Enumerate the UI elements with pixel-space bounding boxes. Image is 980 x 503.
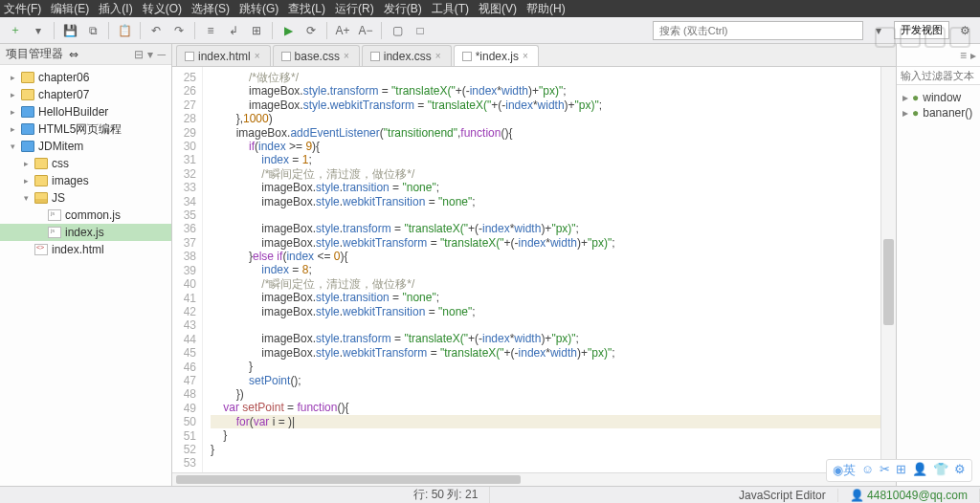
paste-icon[interactable]: 📋 bbox=[115, 21, 134, 40]
twisty-icon[interactable]: ▾ bbox=[21, 193, 31, 203]
code-line[interactable] bbox=[211, 208, 896, 222]
menu-item[interactable]: 文件(F) bbox=[4, 1, 41, 17]
emoji-icon[interactable]: ☺ bbox=[861, 462, 874, 479]
outline-item[interactable]: ▸● window bbox=[902, 91, 974, 104]
code-line[interactable]: }) bbox=[211, 387, 896, 401]
code-line[interactable]: imageBox.style.transition = "none"; bbox=[211, 181, 896, 194]
code-line[interactable]: imageBox.style.transform = "translateX("… bbox=[211, 332, 896, 345]
close-icon[interactable]: × bbox=[344, 51, 349, 61]
tree-item[interactable]: ▸HTML5网页编程 bbox=[0, 120, 171, 138]
menu-item[interactable]: 运行(R) bbox=[335, 1, 374, 17]
outline-item[interactable]: ▸● bananer() bbox=[902, 106, 974, 120]
menu-item[interactable]: 工具(T) bbox=[432, 1, 469, 17]
scissors-icon[interactable]: ✂ bbox=[880, 462, 890, 479]
align-left-icon[interactable]: ≡ bbox=[201, 21, 220, 40]
editor-tab[interactable]: *index.js× bbox=[454, 45, 539, 66]
code-line[interactable]: imageBox.style.webkitTransition = "none"… bbox=[211, 305, 896, 318]
code-line[interactable]: if(index >= 9){ bbox=[211, 140, 896, 153]
code-line[interactable]: for(var i = )| bbox=[211, 415, 896, 428]
link-icon[interactable]: ⇔ bbox=[69, 48, 78, 61]
save-icon[interactable]: 💾 bbox=[60, 21, 79, 40]
run-icon[interactable]: ▶ bbox=[278, 21, 298, 40]
code-line[interactable]: index = 1; bbox=[211, 153, 896, 166]
menu-item[interactable]: 发行(B) bbox=[384, 1, 422, 17]
code-line[interactable] bbox=[211, 456, 896, 470]
editor-tab[interactable]: index.css× bbox=[362, 45, 452, 66]
code-line[interactable]: imageBox.style.webkitTransform = "transl… bbox=[211, 346, 896, 360]
shirt-icon[interactable]: 👕 bbox=[933, 462, 948, 479]
scroll-thumb[interactable] bbox=[883, 239, 894, 325]
menu-item[interactable]: 视图(V) bbox=[479, 1, 517, 17]
tree-item[interactable]: ▸images bbox=[0, 172, 171, 189]
font-inc-icon[interactable]: A+ bbox=[333, 21, 352, 40]
scroll-thumb-h[interactable] bbox=[176, 475, 521, 484]
code-editor[interactable]: 2526272829303132333435363738394041424344… bbox=[172, 67, 896, 472]
twisty-icon[interactable]: ▾ bbox=[8, 142, 17, 151]
font-dec-icon[interactable]: A− bbox=[356, 21, 375, 40]
code-line[interactable]: } bbox=[211, 428, 896, 442]
code-area[interactable]: /*做位移*/ imageBox.style.transform = "tran… bbox=[203, 67, 896, 472]
twisty-icon[interactable]: ▸ bbox=[8, 107, 17, 117]
code-line[interactable] bbox=[211, 318, 896, 332]
browser-icon[interactable]: □ bbox=[411, 21, 430, 40]
editor-tab[interactable]: index.html× bbox=[176, 45, 271, 66]
scrollbar-horizontal[interactable] bbox=[172, 472, 896, 486]
tree-item[interactable]: ▾JS bbox=[0, 189, 171, 207]
code-line[interactable]: /*瞬间定位，清过渡，做位移*/ bbox=[211, 167, 896, 181]
code-line[interactable]: imageBox.style.webkitTransform = "transl… bbox=[211, 236, 896, 250]
copy-icon[interactable]: ⧉ bbox=[83, 21, 102, 40]
grid-icon[interactable]: ⊞ bbox=[896, 462, 906, 479]
tree-item[interactable]: index.html bbox=[0, 241, 171, 258]
outline-min-icon[interactable]: ▸ bbox=[970, 49, 976, 62]
dropdown-icon[interactable]: ▾ bbox=[29, 21, 48, 40]
code-line[interactable]: imageBox.style.webkitTransform = "transl… bbox=[211, 98, 896, 112]
menu-item[interactable]: 跳转(G) bbox=[239, 1, 278, 17]
collapse-icon[interactable]: ⊟ bbox=[134, 48, 144, 61]
scrollbar-vertical[interactable] bbox=[880, 67, 896, 472]
format-icon[interactable]: ⊞ bbox=[247, 21, 266, 40]
code-line[interactable]: imageBox.style.transition = "none"; bbox=[211, 291, 896, 304]
menu-item[interactable]: 转义(O) bbox=[143, 1, 182, 17]
code-line[interactable]: imageBox.style.webkitTransition = "none"… bbox=[211, 195, 896, 208]
outline-menu-icon[interactable]: ≡ bbox=[960, 49, 967, 62]
redo-icon[interactable]: ↷ bbox=[169, 21, 189, 40]
tree-item[interactable]: index.js bbox=[0, 224, 171, 241]
code-line[interactable]: setPoint(); bbox=[211, 374, 896, 387]
code-line[interactable]: imageBox.style.transform = "translateX("… bbox=[211, 222, 896, 235]
close-icon[interactable]: × bbox=[435, 51, 441, 61]
code-line[interactable]: imageBox.style.transform = "translateX("… bbox=[211, 84, 896, 98]
project-tree[interactable]: ▸chapter06▸chapter07▸HelloHBuilder▸HTML5… bbox=[0, 65, 171, 486]
search-input[interactable] bbox=[653, 21, 863, 40]
tree-item[interactable]: ▾JDMitem bbox=[0, 138, 171, 155]
code-line[interactable]: index = 8; bbox=[211, 263, 896, 276]
code-line[interactable]: },1000) bbox=[211, 112, 896, 125]
tree-item[interactable]: ▸chapter06 bbox=[0, 69, 171, 86]
ime-icon[interactable]: ◉英 bbox=[833, 462, 856, 479]
code-line[interactable]: }else if(index <= 0){ bbox=[211, 250, 896, 263]
editor-tab[interactable]: base.css× bbox=[273, 45, 360, 66]
new-icon[interactable]: ＋ bbox=[6, 21, 25, 40]
twisty-icon[interactable]: ▸ bbox=[8, 73, 17, 82]
tree-item[interactable]: common.js bbox=[0, 207, 171, 224]
menu-item[interactable]: 编辑(E) bbox=[51, 1, 89, 17]
code-line[interactable]: var setPoint = function(){ bbox=[211, 401, 896, 414]
phone-icon[interactable]: ▢ bbox=[388, 21, 407, 40]
undo-icon[interactable]: ↶ bbox=[146, 21, 166, 40]
menu-item[interactable]: 帮助(H) bbox=[526, 1, 566, 17]
code-line[interactable]: imageBox.addEventListener("transitionend… bbox=[211, 126, 896, 140]
tree-item[interactable]: ▸css bbox=[0, 155, 171, 172]
twisty-icon[interactable]: ▸ bbox=[21, 176, 31, 186]
user-icon[interactable]: 👤 bbox=[912, 462, 927, 479]
close-icon[interactable]: × bbox=[255, 51, 260, 61]
minimize-icon[interactable]: ─ bbox=[157, 48, 166, 61]
code-line[interactable]: } bbox=[211, 443, 896, 456]
close-icon[interactable]: × bbox=[523, 51, 528, 61]
menu-item[interactable]: 查找(L) bbox=[288, 1, 325, 17]
tree-item[interactable]: ▸HelloHBuilder bbox=[0, 103, 171, 120]
reload-icon[interactable]: ⟳ bbox=[301, 21, 321, 40]
menu-item[interactable]: 选择(S) bbox=[191, 1, 230, 17]
outline-filter-input[interactable] bbox=[897, 67, 980, 85]
code-line[interactable]: /*做位移*/ bbox=[211, 71, 896, 84]
tree-item[interactable]: ▸chapter07 bbox=[0, 86, 171, 103]
twisty-icon[interactable]: ▸ bbox=[8, 90, 17, 99]
